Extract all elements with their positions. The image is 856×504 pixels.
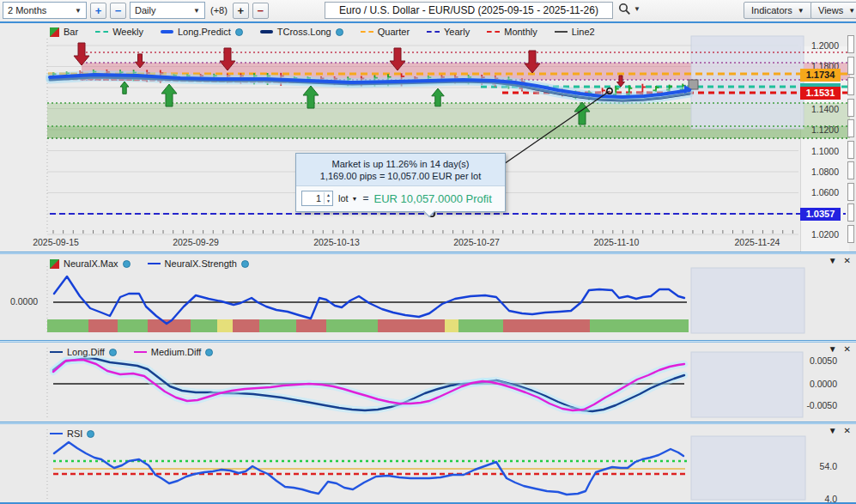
info-icon[interactable] [336,28,343,36]
axis-scrollbar-segment[interactable] [847,225,854,243]
legend-label: Medium.Diff [151,347,201,357]
legend-item-neuralx-strength[interactable]: NeuralX.Strength [148,258,249,269]
axis-scrollbar-segment[interactable] [847,183,854,201]
line-swatch-icon [427,31,440,33]
legend-label: Weekly [112,27,143,37]
future-prediction-zone [691,36,804,129]
line-swatch-icon [487,31,500,33]
chevron-down-icon: ▼ [193,7,200,15]
legend-label: Quarter [378,27,410,37]
indicators-button[interactable]: Indicators ▼ [744,2,812,19]
legend-label: Long.Diff [67,347,105,357]
legend-label: NeuralX.Strength [165,258,237,269]
info-icon[interactable] [205,349,213,356]
legend-label: Yearly [444,27,470,37]
legend-item-tcross-long[interactable]: TCross.Long [260,27,343,37]
axis-scrollbar-segment[interactable] [847,119,854,137]
info-icon[interactable] [241,260,249,268]
axis-scrollbar-segment[interactable] [847,35,854,53]
axis-scrollbar-segment[interactable] [847,77,854,95]
rsi-chart[interactable] [0,424,856,502]
info-icon[interactable] [123,260,131,268]
chevron-down-icon[interactable]: ▼ [634,5,640,13]
lot-unit-select[interactable]: lot ▼ [338,193,358,203]
collapse-panel-icon[interactable]: ▼ [829,257,837,265]
rsi-panel: RSI ▼ ✕ [0,424,856,502]
close-panel-icon[interactable]: ✕ [844,427,851,435]
add-bar-button[interactable]: + [233,3,249,19]
axis-scrollbar-segment[interactable] [847,99,854,117]
info-icon[interactable] [87,430,94,438]
legend-item-line2[interactable]: Line2 [555,27,595,37]
profit-value: EUR 10,057.0000 Profit [374,192,492,205]
chevron-down-icon: ▼ [848,7,855,15]
legend-label: Long.Predict [178,27,231,37]
legend-label: Bar [64,27,78,37]
drag-handle[interactable] [689,80,698,89]
axis-scrollbar-segment[interactable] [847,203,854,222]
rsi-legend: RSI [50,428,94,440]
bar-legend-icon [50,259,59,269]
legend-label: Monthly [504,27,537,37]
chevron-down-icon: ▼ [798,7,804,15]
line-swatch-icon [361,31,373,33]
legend-item-quarter[interactable]: Quarter [361,27,410,37]
chevron-down-icon: ▼ [75,7,82,15]
main-price-chart[interactable] [0,23,856,252]
legend-item-monthly[interactable]: Monthly [487,27,537,37]
legend-item-long-predict[interactable]: Long.Predict [161,27,243,37]
main-legend: BarWeeklyLong.PredictTCross.LongQuarterY… [50,26,595,38]
remove-bar-button[interactable]: − [252,3,269,19]
future-prediction-zone [691,352,803,417]
diff-panel: Long.DiffMedium.Diff ▼ ✕ [0,343,856,422]
period-select-value: Daily [135,5,155,15]
search-icon[interactable] [618,3,631,15]
range-select[interactable]: 2 Months ▼ [3,2,87,19]
lot-quantity-value: 1 [302,193,324,203]
axis-scrollbar-segment[interactable] [847,161,854,179]
main-price-panel: BarWeeklyLong.PredictTCross.LongQuarterY… [0,23,856,252]
legend-label: TCross.Long [277,27,331,37]
axis-scrollbar-segment[interactable] [847,57,854,75]
sell-signal-arrow-icon [74,43,89,65]
collapse-panel-icon[interactable]: ▼ [829,345,837,354]
legend-item-yearly[interactable]: Yearly [427,27,470,37]
legend-item-weekly[interactable]: Weekly [95,27,143,37]
collapse-panel-icon[interactable]: ▼ [829,427,837,435]
neuralx-panel: NeuralX.MaxNeuralX.Strength ▼ ✕ [0,254,856,340]
zoom-in-button[interactable]: + [90,3,106,19]
line-swatch-icon [260,30,273,33]
symbol-search-input[interactable]: Euro / U.S. Dollar - EUR/USD (2025-09-15… [325,2,613,19]
zoom-out-button[interactable]: − [110,3,126,19]
info-icon[interactable] [235,28,243,36]
price-level-badge: 1.0357 [800,208,841,221]
views-button[interactable]: Views ▼ [810,2,856,19]
legend-item-rsi[interactable]: RSI [50,428,94,439]
line-swatch-icon [134,351,147,353]
price-level-badge: 1.1734 [800,69,841,82]
tooltip-market-line: Market is up 11.26% in 14 day(s) [301,158,500,170]
price-level-badge: 1.1531 [800,87,841,100]
stepper-up-icon[interactable]: ▲ [325,192,332,198]
legend-item-neuralx-max[interactable]: NeuralX.Max [50,258,131,269]
info-icon[interactable] [109,349,117,356]
legend-item-long-diff[interactable]: Long.Diff [50,347,117,357]
future-prediction-zone [691,436,805,500]
legend-label: NeuralX.Max [64,258,118,269]
line-swatch-icon [161,30,173,33]
lot-quantity-stepper[interactable]: 1 ▲ ▼ [301,191,333,206]
line-swatch-icon [50,351,63,353]
tooltip-pips-line: 1,169.00 pips = 10,057.00 EUR per lot [301,170,500,182]
period-select[interactable]: Daily ▼ [130,2,205,19]
legend-item-bar[interactable]: Bar [50,27,78,37]
stepper-down-icon[interactable]: ▼ [325,198,332,204]
toolbar: 2 Months ▼ + − Daily ▼ (+8) + − Euro / U… [0,0,856,21]
equals-sign: = [363,192,369,204]
axis-scrollbar-segment[interactable] [847,141,854,159]
close-panel-icon[interactable]: ✕ [844,345,851,354]
close-panel-icon[interactable]: ✕ [844,257,851,265]
legend-label: RSI [67,428,82,439]
series-NeuralX.Strength [54,276,684,324]
legend-item-medium-diff[interactable]: Medium.Diff [134,347,213,357]
bar-legend-icon [50,27,59,37]
